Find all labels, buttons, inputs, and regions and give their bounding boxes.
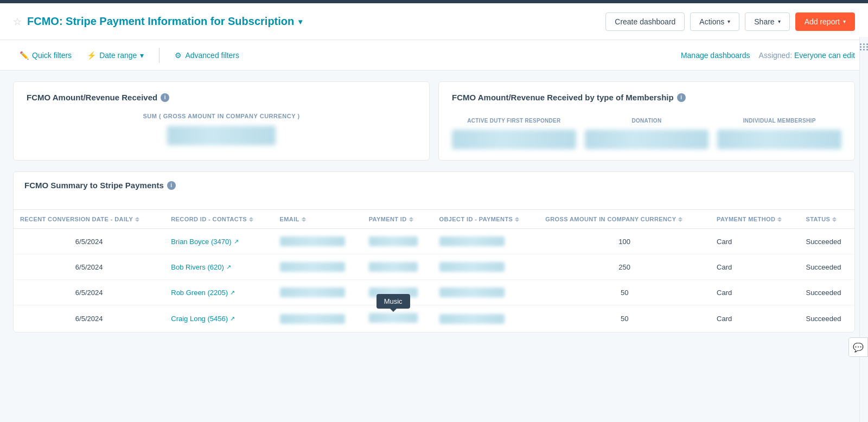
row3-external-icon: ↗ — [230, 289, 235, 296]
row4-contact-name: Craig Long (5456) — [171, 315, 228, 323]
row4-contact-link[interactable]: Craig Long (5456) ↗ — [171, 315, 266, 323]
add-report-label: Add report — [805, 17, 840, 26]
row3-amount: 50 — [539, 280, 710, 305]
payment-id-sort-icon[interactable] — [409, 217, 413, 222]
col-status: STATUS — [799, 210, 854, 229]
row4-email — [273, 305, 362, 333]
share-button[interactable]: Share ▾ — [745, 12, 789, 31]
header-bar: ☆ FCMO: Stripe Payment Information for S… — [0, 3, 868, 40]
object-id-sort-icon[interactable] — [515, 217, 519, 222]
title-chevron-icon[interactable]: ▾ — [298, 17, 302, 26]
row1-date: 6/5/2024 — [14, 229, 164, 254]
row4-object-id-value — [439, 314, 505, 324]
donation-value — [585, 130, 709, 149]
col-object-id: OBJECT ID - PAYMENTS — [433, 210, 539, 229]
card1-title-text: FCMO Amount/Revenue Received — [27, 93, 157, 102]
table-header: RECENT CONVERSION DATE - DAILY RECORD ID… — [14, 210, 854, 229]
status-sort-icon[interactable] — [832, 217, 837, 222]
add-report-button[interactable]: Add report ▾ — [795, 12, 855, 31]
create-dashboard-button[interactable]: Create dashboard — [605, 12, 685, 31]
active-duty-value — [452, 130, 576, 149]
header-left: ☆ FCMO: Stripe Payment Information for S… — [13, 15, 302, 28]
row4-external-icon: ↗ — [230, 315, 235, 322]
row1-object-id-value — [439, 236, 505, 246]
quick-filters-button[interactable]: ✏️ Quick filters — [13, 48, 78, 63]
row3-status: Succeeded — [799, 280, 854, 305]
date-range-button[interactable]: ⚡ Date range ▾ — [80, 48, 150, 63]
row2-email — [273, 254, 362, 280]
drag-handle-icon[interactable] — [860, 43, 869, 50]
row1-contact-name: Brian Boyce (3470) — [171, 238, 231, 246]
col-date: RECENT CONVERSION DATE - DAILY — [14, 210, 164, 229]
donation-label: DONATION — [585, 117, 709, 124]
row1-amount: 100 — [539, 229, 710, 254]
membership-columns: ACTIVE DUTY FIRST RESPONDER DONATION IND… — [452, 113, 841, 149]
cards-row: FCMO Amount/Revenue Received i SUM ( GRO… — [13, 81, 855, 161]
card1-title: FCMO Amount/Revenue Received i — [27, 93, 416, 102]
date-range-label: Date range — [99, 51, 137, 60]
summary-table: RECENT CONVERSION DATE - DAILY RECORD ID… — [14, 210, 854, 332]
assigned-label-text: Assigned: — [759, 51, 792, 60]
actions-chevron-icon: ▾ — [727, 18, 730, 24]
table-title: FCMO Summary to Stripe Payments i — [24, 181, 844, 190]
pencil-icon: ✏️ — [20, 51, 29, 60]
row2-external-icon: ↗ — [226, 264, 231, 271]
header-actions: Create dashboard Actions ▾ Share ▾ Add r… — [605, 12, 855, 31]
card2-info-icon[interactable]: i — [677, 93, 686, 102]
col-email: EMAIL — [273, 210, 362, 229]
card1-metric-label: SUM ( GROSS AMOUNT IN COMPANY CURRENCY ) — [27, 113, 416, 119]
col-payment-method: PAYMENT METHOD — [710, 210, 799, 229]
summary-table-card: FCMO Summary to Stripe Payments i RECENT… — [13, 171, 855, 333]
main-content: FCMO Amount/Revenue Received i SUM ( GRO… — [0, 71, 868, 343]
row4-amount: 50 — [539, 305, 710, 333]
chat-button[interactable]: 💬 — [848, 337, 868, 343]
row1-payment-method: Card — [710, 229, 799, 254]
card1-info-icon[interactable]: i — [161, 93, 169, 102]
row4-object-id — [433, 305, 539, 333]
record-id-sort-icon[interactable] — [249, 217, 253, 222]
share-chevron-icon: ▾ — [778, 18, 781, 24]
row2-contact-name: Bob Rivers (620) — [171, 263, 224, 271]
advanced-filters-button[interactable]: ⚙ Advanced filters — [168, 48, 246, 63]
table-body: 6/5/2024 Brian Boyce (3470) ↗ 100 Card S… — [14, 229, 854, 333]
table-row: 6/5/2024 Bob Rivers (620) ↗ 250 Card Suc… — [14, 254, 854, 280]
row1-contact: Brian Boyce (3470) ↗ — [164, 229, 273, 254]
star-icon[interactable]: ☆ — [13, 16, 22, 28]
row3-object-id-value — [439, 287, 505, 297]
row1-email — [273, 229, 362, 254]
add-report-chevron-icon: ▾ — [843, 18, 846, 24]
row4-status: Succeeded — [799, 305, 854, 333]
gross-amount-sort-icon[interactable] — [678, 217, 682, 222]
payment-method-sort-icon[interactable] — [777, 217, 782, 222]
row2-object-id — [433, 254, 539, 280]
date-sort-icon[interactable] — [135, 217, 139, 222]
table-row: 6/5/2024 Rob Green (2205) ↗ 50 Card Succ… — [14, 280, 854, 305]
bolt-icon: ⚡ — [87, 51, 96, 60]
email-sort-icon[interactable] — [302, 217, 306, 222]
row3-contact: Rob Green (2205) ↗ — [164, 280, 273, 305]
row2-contact-link[interactable]: Bob Rivers (620) ↗ — [171, 263, 266, 271]
actions-button[interactable]: Actions ▾ — [690, 12, 739, 31]
row1-payment-id-value — [369, 236, 418, 246]
table-info-icon[interactable]: i — [167, 181, 176, 190]
revenue-received-card: FCMO Amount/Revenue Received i SUM ( GRO… — [13, 81, 430, 161]
assigned-value[interactable]: Everyone can edit — [794, 51, 855, 60]
row1-external-icon: ↗ — [234, 238, 239, 245]
row1-contact-link[interactable]: Brian Boyce (3470) ↗ — [171, 238, 266, 246]
row4-date: 6/5/2024 — [14, 305, 164, 333]
row3-contact-name: Rob Green (2205) — [171, 289, 228, 297]
card2-title: FCMO Amount/Revenue Received by type of … — [452, 93, 841, 102]
page-title-text: FCMO: Stripe Payment Information for Sub… — [27, 15, 294, 28]
card2-title-text: FCMO Amount/Revenue Received by type of … — [452, 93, 674, 102]
row2-contact: Bob Rivers (620) ↗ — [164, 254, 273, 280]
sliders-icon: ⚙ — [175, 51, 182, 60]
donation-col: DONATION — [585, 117, 709, 149]
row2-object-id-value — [439, 262, 505, 272]
individual-membership-value — [717, 130, 841, 149]
filter-right: Manage dashboards Assigned: Everyone can… — [681, 51, 855, 60]
row3-contact-link[interactable]: Rob Green (2205) ↗ — [171, 289, 266, 297]
manage-dashboards-link[interactable]: Manage dashboards — [681, 51, 750, 60]
row3-email — [273, 280, 362, 305]
table-row: 6/5/2024 Craig Long (5456) ↗ Music — [14, 305, 854, 333]
individual-membership-col: INDIVIDUAL MEMBERSHIP — [717, 117, 841, 149]
